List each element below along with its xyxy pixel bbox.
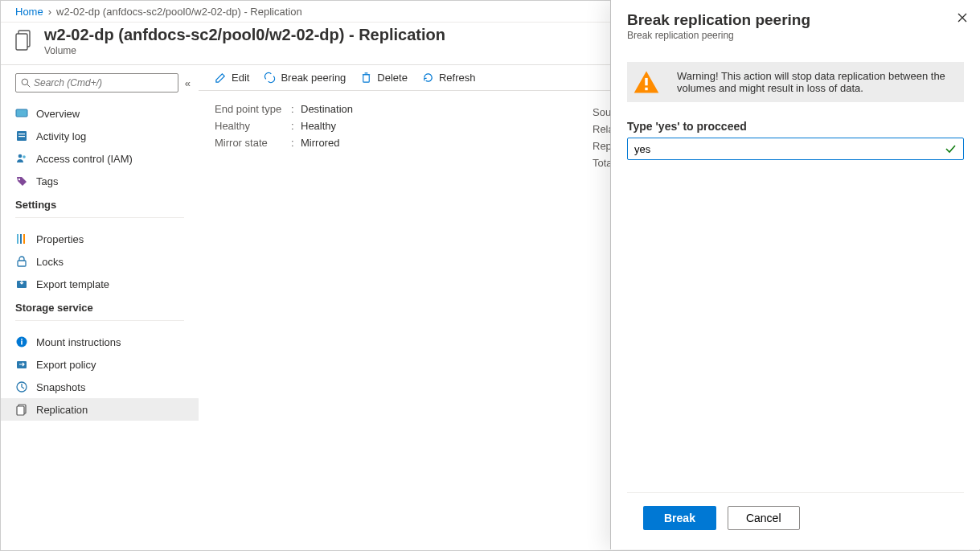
warning-icon — [627, 63, 666, 101]
break-peering-button[interactable]: Break peering — [264, 72, 346, 84]
nav-section-settings: Settings — [1, 192, 199, 214]
cancel-button[interactable]: Cancel — [728, 506, 800, 530]
svg-rect-7 — [18, 136, 25, 137]
svg-point-9 — [23, 155, 26, 158]
svg-rect-22 — [17, 406, 24, 415]
sidebar-item-label: Access control (IAM) — [36, 153, 133, 165]
search-input[interactable] — [34, 77, 173, 88]
svg-point-10 — [18, 179, 20, 180]
sidebar-item-properties[interactable]: Properties — [1, 228, 199, 250]
svg-rect-18 — [21, 339, 23, 340]
lock-icon — [15, 255, 28, 268]
breadcrumb-current: w2-02-dp (anfdocs-sc2/pool0/w2-02-dp) - … — [56, 6, 302, 18]
nav-main: Overview Activity log Access control (IA… — [1, 102, 199, 192]
snapshots-icon — [15, 380, 28, 393]
sidebar-item-label: Snapshots — [36, 381, 85, 393]
check-icon — [944, 142, 957, 155]
refresh-label: Refresh — [439, 72, 476, 84]
activity-log-icon — [15, 130, 28, 142]
search-icon — [21, 78, 31, 88]
sidebar-item-tags[interactable]: Tags — [1, 170, 199, 192]
sidebar-item-mount-instructions[interactable]: Mount instructions — [1, 331, 199, 353]
confirm-input-wrapper[interactable] — [627, 138, 964, 160]
endpoint-type-value: Destination — [301, 103, 353, 115]
delete-icon — [360, 72, 372, 84]
warning-banner: Warning! This action will stop data repl… — [627, 62, 964, 102]
export-template-icon — [15, 278, 28, 290]
sidebar-item-export-policy[interactable]: Export policy — [1, 353, 199, 376]
sidebar-item-access-control[interactable]: Access control (IAM) — [1, 147, 199, 170]
healthy-label: Healthy — [215, 120, 291, 132]
sidebar-item-locks[interactable]: Locks — [1, 250, 199, 273]
svg-rect-12 — [20, 234, 22, 244]
replication-header-icon — [15, 29, 35, 53]
page-title: w2-02-dp (anfdocs-sc2/pool0/w2-02-dp) - … — [44, 26, 445, 44]
search-input-wrapper[interactable] — [15, 73, 178, 93]
panel-footer: Break Cancel — [627, 492, 964, 549]
replication-icon — [15, 403, 28, 416]
svg-rect-14 — [18, 261, 26, 266]
confirm-label: Type 'yes' to procceed — [627, 120, 964, 133]
mirror-state-value: Mirrored — [301, 137, 339, 149]
warning-text: Warning! This action will stop data repl… — [666, 62, 964, 102]
sidebar-item-label: Export policy — [36, 359, 96, 371]
panel-title: Break replication peering — [627, 11, 948, 29]
panel-subtitle: Break replication peering — [627, 30, 948, 41]
svg-rect-6 — [18, 134, 25, 134]
edit-label: Edit — [232, 72, 249, 84]
svg-rect-4 — [16, 109, 27, 117]
export-policy-icon — [15, 358, 28, 371]
sidebar-item-snapshots[interactable]: Snapshots — [1, 376, 199, 398]
sidebar-item-replication[interactable]: Replication — [1, 398, 199, 421]
sidebar: « Overview Activity log Access control (… — [1, 65, 199, 551]
mirror-state-label: Mirror state — [215, 137, 291, 149]
info-icon — [15, 335, 28, 348]
svg-rect-25 — [645, 88, 647, 90]
access-control-icon — [15, 152, 28, 165]
svg-rect-13 — [23, 234, 25, 244]
svg-rect-23 — [363, 75, 370, 82]
refresh-icon — [422, 72, 434, 84]
sidebar-item-label: Activity log — [36, 130, 86, 142]
svg-point-2 — [22, 79, 28, 85]
close-icon[interactable] — [956, 11, 969, 24]
sidebar-item-label: Export template — [36, 278, 109, 290]
break-button[interactable]: Break — [643, 506, 716, 530]
sidebar-item-label: Properties — [36, 233, 84, 245]
sidebar-item-label: Replication — [36, 404, 88, 416]
svg-point-8 — [18, 154, 23, 158]
overview-icon — [15, 107, 28, 120]
sidebar-item-activity-log[interactable]: Activity log — [1, 125, 199, 147]
svg-rect-17 — [21, 341, 23, 345]
refresh-button[interactable]: Refresh — [422, 72, 476, 84]
break-replication-panel: Break replication peering Break replicat… — [610, 0, 980, 549]
nav-section-storage: Storage service — [1, 295, 199, 317]
page-subtitle: Volume — [44, 45, 445, 56]
tags-icon — [15, 175, 28, 187]
breadcrumb-home[interactable]: Home — [15, 6, 43, 18]
sidebar-item-label: Mount instructions — [36, 336, 121, 348]
endpoint-type-label: End point type — [215, 103, 291, 115]
sidebar-item-export-template[interactable]: Export template — [1, 273, 199, 295]
sidebar-item-label: Locks — [36, 256, 64, 268]
properties-icon — [15, 232, 28, 245]
delete-button[interactable]: Delete — [360, 72, 408, 84]
sidebar-item-overview[interactable]: Overview — [1, 102, 199, 125]
svg-line-3 — [27, 84, 30, 87]
svg-rect-24 — [645, 78, 647, 85]
svg-rect-1 — [16, 34, 27, 50]
collapse-sidebar-icon[interactable]: « — [185, 77, 191, 89]
delete-label: Delete — [377, 72, 408, 84]
break-peering-label: Break peering — [281, 72, 346, 84]
healthy-value: Healthy — [301, 120, 336, 132]
svg-rect-11 — [17, 234, 18, 244]
edit-button[interactable]: Edit — [215, 72, 249, 84]
break-peering-icon — [264, 72, 276, 84]
confirm-input[interactable] — [634, 143, 944, 155]
edit-icon — [215, 72, 227, 84]
breadcrumb-separator-icon: › — [48, 6, 51, 18]
sidebar-item-label: Overview — [36, 108, 80, 120]
sidebar-item-label: Tags — [36, 175, 58, 187]
